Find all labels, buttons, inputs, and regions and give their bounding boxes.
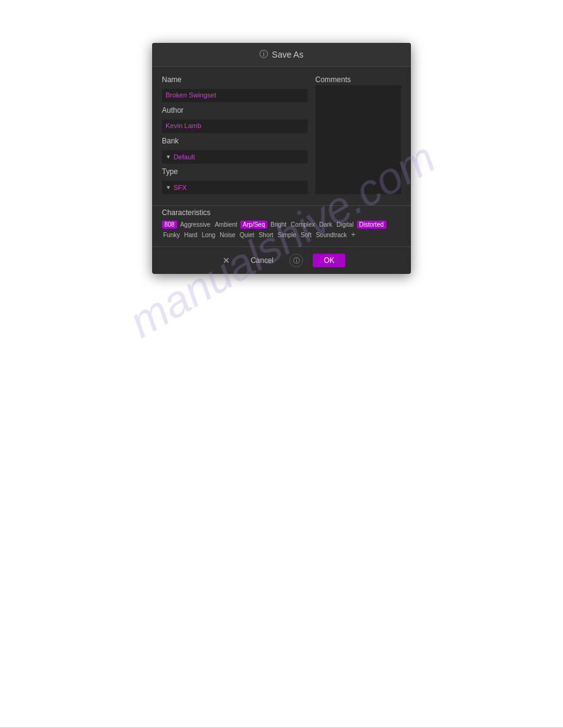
bank-dropdown-value: Default — [174, 153, 195, 161]
dialog-left-column: Name Broken Swingset Author Kevin Lamb B… — [162, 75, 308, 194]
characteristic-tag[interactable]: Aggressive — [179, 221, 212, 229]
type-dropdown-value: SFX — [174, 184, 186, 191]
characteristic-tag[interactable]: Distorted — [357, 221, 386, 229]
characteristic-tag[interactable]: Complex — [289, 221, 316, 229]
characteristics-label: Characteristics — [162, 208, 401, 217]
author-field-label: Author — [162, 106, 308, 115]
characteristic-tag[interactable]: Hard — [183, 231, 199, 239]
save-as-dialog: ⓘ Save As Name Broken Swingset Author Ke… — [152, 43, 411, 274]
author-input[interactable]: Kevin Lamb — [162, 119, 308, 133]
characteristic-tag[interactable]: 808 — [162, 221, 177, 229]
dialog-title: Save As — [272, 50, 303, 59]
characteristics-section: Characteristics 808AggressiveAmbientArp/… — [152, 208, 411, 246]
type-field-label: Type — [162, 167, 308, 176]
characteristic-tag[interactable]: Ambient — [213, 221, 239, 229]
ok-button[interactable]: OK — [313, 254, 345, 267]
name-input[interactable]: Broken Swingset — [162, 89, 308, 102]
characteristic-tag[interactable]: Arp/Seq — [240, 221, 267, 229]
characteristic-tag[interactable]: Long — [201, 231, 216, 239]
dialog-body: Name Broken Swingset Author Kevin Lamb B… — [152, 67, 411, 203]
page-background: manualshive.com ⓘ Save As Name Broken Sw… — [0, 0, 563, 728]
characteristic-tag[interactable]: Bright — [269, 221, 288, 229]
close-button[interactable]: ✕ — [218, 253, 235, 268]
characteristic-tag[interactable]: Short — [258, 231, 275, 239]
name-field-label: Name — [162, 75, 308, 84]
bank-dropdown[interactable]: ▼ Default — [162, 150, 308, 164]
characteristic-tag[interactable]: Noise — [218, 231, 237, 239]
bank-dropdown-arrow: ▼ — [166, 154, 171, 160]
add-tag-button[interactable]: + — [351, 230, 356, 239]
characteristic-tag[interactable]: Funky — [162, 231, 181, 239]
characteristic-tag[interactable]: Dark — [318, 221, 334, 229]
dialog-info-icon: ⓘ — [259, 49, 268, 60]
section-divider — [152, 205, 411, 206]
dialog-header: ⓘ Save As — [152, 43, 411, 67]
dialog-footer: ✕ Cancel ⓘ OK — [152, 246, 411, 274]
characteristic-tag[interactable]: Soft — [299, 231, 313, 239]
characteristic-tag[interactable]: Soundtrack — [315, 231, 348, 239]
type-dropdown-arrow: ▼ — [166, 184, 171, 191]
characteristic-tag[interactable]: Quiet — [239, 231, 256, 239]
info-button[interactable]: ⓘ — [289, 254, 303, 267]
characteristic-tag[interactable]: Digital — [335, 221, 355, 229]
cancel-button[interactable]: Cancel — [245, 254, 280, 267]
tags-row: 808AggressiveAmbientArp/SeqBrightComplex… — [162, 221, 401, 239]
comments-label: Comments — [315, 75, 401, 84]
comments-textarea[interactable] — [315, 85, 401, 194]
bank-field-label: Bank — [162, 137, 308, 145]
characteristic-tag[interactable]: Simple — [277, 231, 298, 239]
dialog-right-column: Comments — [315, 75, 401, 194]
type-dropdown[interactable]: ▼ SFX — [162, 181, 308, 194]
